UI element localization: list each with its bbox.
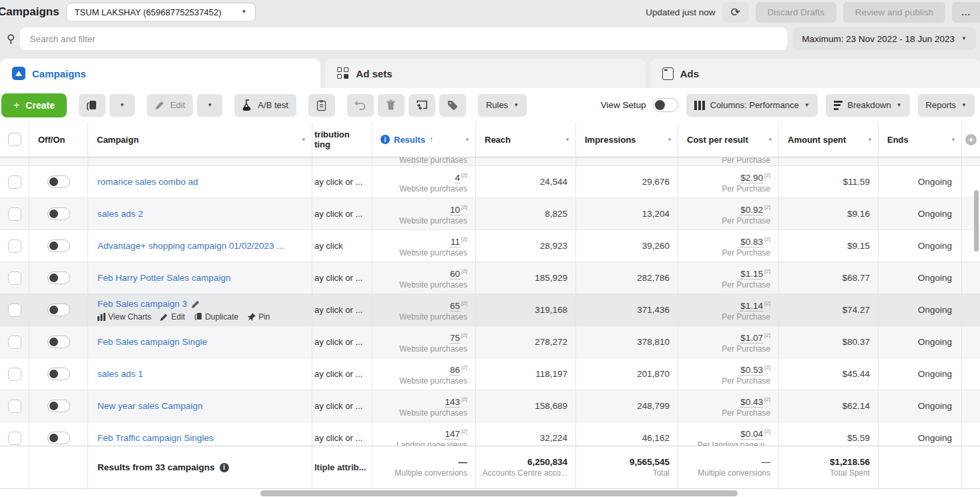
ab-test-label: A/B test — [258, 100, 288, 110]
duplicate-button[interactable] — [79, 94, 105, 117]
row-checkbox[interactable] — [8, 239, 21, 253]
table-row: Feb Sales campaign 3View ChartsEditDupli… — [0, 294, 980, 326]
campaign-name-link[interactable]: Advantage+ shopping campaign 01/02/2023 … — [97, 241, 312, 251]
row-checkbox[interactable] — [8, 336, 21, 349]
campaign-name-link[interactable]: Feb Harry Potter Sales campaign — [97, 273, 312, 283]
tag-button[interactable] — [439, 94, 466, 117]
row-action-pin[interactable]: Pin — [248, 312, 270, 322]
row-action-edit[interactable]: Edit — [160, 312, 185, 322]
refresh-button[interactable]: ⟳ — [722, 2, 749, 23]
amount-spent-cell: $9.16 — [778, 198, 878, 229]
delete-button[interactable] — [378, 94, 405, 117]
campaign-off-on-toggle[interactable] — [47, 368, 70, 380]
campaign-off-on-toggle[interactable] — [47, 336, 70, 348]
review-publish-button[interactable]: Review and publish — [843, 2, 945, 23]
footnote-marker: [2] — [764, 332, 770, 338]
campaign-off-on-toggle[interactable] — [47, 400, 70, 412]
results-cell: 143[2]Website purchases — [372, 390, 475, 422]
row-checkbox[interactable] — [8, 400, 21, 413]
row-checkbox[interactable] — [8, 304, 21, 317]
info-icon: i — [220, 463, 229, 472]
export-button[interactable] — [409, 94, 435, 117]
tab-ads-label: Ads — [680, 68, 699, 79]
row-toggle-cell — [29, 262, 87, 294]
attribution-cell: ay click or ... — [312, 358, 372, 390]
ends-cell: Ongoing — [878, 422, 961, 446]
pin-icon — [248, 313, 256, 321]
rules-button[interactable]: Rules ▼ — [478, 94, 527, 117]
header-reach[interactable]: Reach ▼ — [475, 122, 575, 157]
horizontal-scrollbar[interactable] — [260, 490, 738, 496]
campaign-name-link[interactable]: New year sales Campaign — [97, 401, 312, 411]
tab-ad-sets[interactable]: Ad sets — [325, 59, 645, 88]
info-icon: i — [381, 135, 390, 144]
row-checkbox[interactable] — [8, 368, 21, 381]
discard-drafts-button[interactable]: Discard Drafts — [756, 2, 837, 23]
create-button[interactable]: + Create — [1, 93, 67, 117]
ab-test-button[interactable]: A/B test — [234, 94, 296, 117]
account-selector[interactable]: TSUM LAKSHAY (659687752537452) ▼ — [66, 3, 256, 22]
campaign-name-link[interactable]: Feb Sales campaign 3 — [97, 299, 312, 309]
attribution-cell: ay click or ... — [312, 326, 372, 358]
row-checkbox[interactable] — [8, 432, 21, 445]
header-impressions[interactable]: Impressions ▼ — [575, 122, 678, 157]
edit-dropdown-button[interactable]: ▼ — [197, 94, 222, 117]
summary-reach-cell: 6,250,834 Accounts Centre acco... — [475, 446, 575, 488]
plus-icon: + — [13, 99, 19, 111]
summary-results-cell: — Multiple conversions — [372, 446, 475, 488]
toggle-knob — [655, 100, 665, 110]
campaign-name-link[interactable]: Feb Sales campaign Single — [97, 337, 312, 347]
campaign-off-on-toggle[interactable] — [47, 239, 70, 252]
footnote-marker: [2] — [764, 428, 770, 434]
ends-cell: Ongoing — [878, 390, 961, 422]
more-options-button[interactable]: ... — [952, 2, 980, 23]
campaign-name-link[interactable]: romance sales combo ad — [97, 177, 312, 187]
header-amount-spent[interactable]: Amount spent ▼ — [778, 122, 878, 157]
header-cost-per-result[interactable]: Cost per result ▼ — [678, 122, 778, 157]
cost-per-result-cell: $0.83[2]Per Purchase — [678, 230, 778, 262]
chevron-down-icon: ▼ — [961, 36, 967, 41]
header-campaign[interactable]: Campaign ▼ — [87, 122, 312, 157]
impressions-cell: 248,799 — [575, 390, 678, 422]
edit-button[interactable]: Edit — [147, 94, 193, 117]
select-all-checkbox[interactable] — [8, 133, 21, 146]
toggle-knob — [49, 209, 58, 218]
footnote-marker: [2] — [764, 300, 770, 306]
header-ends[interactable]: Ends ▼ — [878, 122, 961, 157]
campaign-name-link[interactable]: Feb Traffic campaign Singles — [97, 433, 312, 443]
search-input[interactable] — [20, 27, 787, 50]
campaign-cell: sales ads 2 — [87, 198, 312, 229]
campaign-off-on-toggle[interactable] — [47, 304, 70, 316]
reach-cell: 32,224 — [475, 422, 575, 446]
campaign-name-link[interactable]: sales ads 1 — [97, 369, 312, 379]
reports-button[interactable]: Reports ▼ — [918, 94, 975, 117]
header-results[interactable]: i Results ↑ ▼ — [372, 122, 475, 157]
undo-button[interactable] — [347, 94, 374, 117]
header-attribution-setting[interactable]: tribution ting — [312, 122, 372, 157]
campaign-off-on-toggle[interactable] — [47, 175, 70, 188]
row-checkbox[interactable] — [8, 175, 21, 189]
tab-campaigns[interactable]: Campaigns — [0, 59, 320, 88]
clipboard-button[interactable] — [308, 94, 335, 117]
results-cell: 86[2]Website purchases — [372, 358, 475, 390]
columns-button[interactable]: Columns: Performance ▼ — [686, 94, 818, 117]
pencil-icon — [192, 300, 200, 308]
add-column-icon[interactable]: + — [965, 134, 977, 145]
date-range-selector[interactable]: Maximum: 23 Nov 2022 - 18 Jun 2023 ▼ — [792, 27, 976, 50]
attribution-cell: ay click or ... — [312, 294, 372, 326]
row-toggle-cell — [29, 294, 87, 326]
duplicate-dropdown-button[interactable]: ▼ — [109, 94, 135, 117]
row-action-duplicate[interactable]: Duplicate — [194, 312, 238, 322]
row-checkbox[interactable] — [8, 207, 21, 221]
view-setup-toggle[interactable] — [653, 98, 678, 112]
campaign-name-link[interactable]: sales ads 2 — [97, 209, 312, 219]
campaign-off-on-toggle[interactable] — [47, 432, 70, 444]
breakdown-button[interactable]: Breakdown ▼ — [826, 94, 910, 117]
footnote-marker: [2] — [461, 332, 467, 338]
tab-ads[interactable]: Ads — [650, 59, 980, 88]
campaign-off-on-toggle[interactable] — [47, 272, 70, 284]
row-checkbox[interactable] — [8, 272, 21, 285]
row-action-view-charts[interactable]: View Charts — [97, 312, 151, 322]
campaign-off-on-toggle[interactable] — [47, 207, 70, 220]
vertical-scrollbar[interactable] — [974, 190, 979, 252]
